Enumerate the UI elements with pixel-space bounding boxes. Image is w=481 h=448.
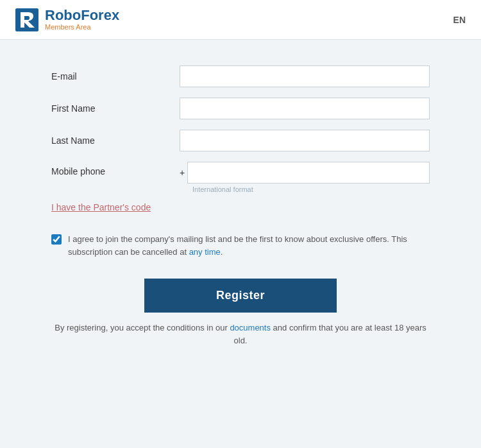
- phone-input-wrapper: +: [180, 162, 430, 184]
- logo-area: RoboForex Members Area: [15, 8, 119, 31]
- registration-form: E-mail First Name Last Name Mobile phone…: [51, 65, 430, 347]
- mailing-checkbox[interactable]: [51, 234, 62, 245]
- email-label: E-mail: [51, 71, 180, 82]
- mailing-text-1: I agree to join the company's mailing li…: [68, 234, 407, 257]
- lastname-row: Last Name: [51, 130, 430, 151]
- logo-text-group: RoboForex Members Area: [45, 8, 119, 31]
- register-button[interactable]: Register: [144, 279, 337, 313]
- language-selector[interactable]: EN: [453, 15, 466, 25]
- partner-code-link[interactable]: I have the Partner's code: [51, 202, 151, 212]
- email-row: E-mail: [51, 65, 430, 87]
- any-time-link[interactable]: any time: [189, 247, 221, 257]
- logo-name: RoboForex: [45, 8, 119, 23]
- main-content: E-mail First Name Last Name Mobile phone…: [0, 40, 481, 372]
- firstname-label: First Name: [51, 103, 180, 114]
- roboforex-logo-icon: [15, 8, 38, 31]
- firstname-row: First Name: [51, 98, 430, 119]
- lastname-label: Last Name: [51, 135, 180, 146]
- email-input[interactable]: [180, 65, 430, 87]
- mailing-label: I agree to join the company's mailing li…: [68, 233, 430, 258]
- phone-plus-symbol: +: [180, 168, 185, 178]
- phone-row: Mobile phone + International format: [51, 162, 430, 193]
- mailing-checkbox-row: I agree to join the company's mailing li…: [51, 233, 430, 258]
- lastname-input[interactable]: [180, 130, 430, 151]
- mailing-text-2: .: [221, 247, 223, 257]
- firstname-input[interactable]: [180, 98, 430, 119]
- phone-label: Mobile phone: [51, 162, 180, 177]
- logo-subtitle: Members Area: [45, 23, 119, 31]
- register-section: Register By registering, you accept the …: [51, 279, 430, 347]
- register-note: By registering, you accept the condition…: [51, 322, 430, 347]
- phone-input[interactable]: [187, 162, 430, 184]
- header: RoboForex Members Area EN: [0, 0, 481, 40]
- note-text-1: By registering, you accept the condition…: [55, 323, 230, 332]
- phone-input-group: + International format: [180, 162, 430, 193]
- documents-link[interactable]: documents: [230, 323, 271, 332]
- phone-hint: International format: [192, 185, 430, 193]
